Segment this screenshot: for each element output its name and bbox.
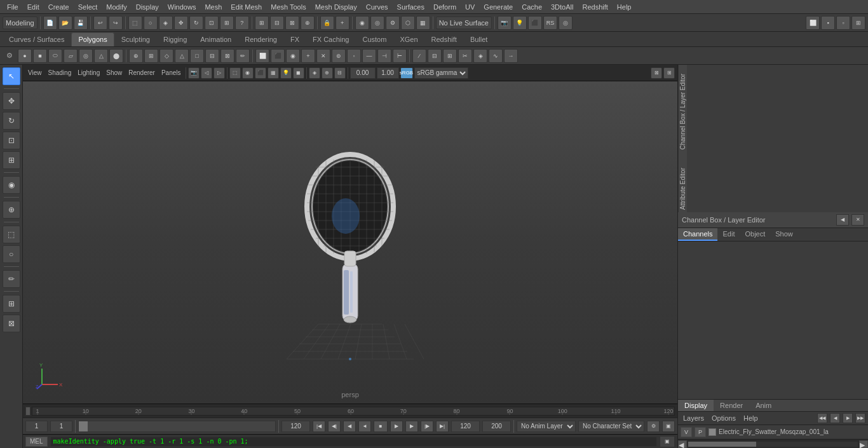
anim-layer-select[interactable]: No Anim Layer xyxy=(517,421,576,432)
layer-tab-render[interactable]: Render xyxy=(714,400,749,411)
cylinder-icon[interactable]: ⬭ xyxy=(48,49,62,63)
tab-polygons[interactable]: Polygons xyxy=(71,32,114,46)
sculpt-mesh-button[interactable]: ⊠ xyxy=(3,315,20,332)
grid-snap-button[interactable]: ⊞ xyxy=(3,295,20,313)
anim-pref-button[interactable]: ▣ xyxy=(662,421,675,432)
sphere-icon[interactable]: ● xyxy=(18,49,32,63)
paint-button[interactable]: ◈ xyxy=(159,16,173,30)
menu-3dtool[interactable]: 3DtoAll xyxy=(546,2,578,12)
tab-fx[interactable]: FX xyxy=(284,32,306,46)
fillhole-icon[interactable]: ◉ xyxy=(286,49,300,63)
soft-select-button[interactable]: ? xyxy=(235,16,249,30)
script-enter-button[interactable]: ▣ xyxy=(660,436,675,447)
anim-settings-button[interactable]: ⚙ xyxy=(647,421,660,432)
undo-button[interactable]: ↩ xyxy=(93,16,107,30)
menu-help[interactable]: Help xyxy=(613,2,636,12)
tab-xgen[interactable]: XGen xyxy=(393,32,424,46)
vp-next-cam[interactable]: ▷ xyxy=(214,67,225,79)
layer-scroll-left[interactable]: ◀ xyxy=(678,440,687,448)
attribute-editor-tab[interactable]: Attribute Editor xyxy=(678,165,688,212)
remesh-icon[interactable]: ⊠ xyxy=(220,49,234,63)
multicut-icon[interactable]: ✂ xyxy=(458,49,472,63)
vp-value1-input[interactable] xyxy=(350,67,376,79)
universal-tool-button[interactable]: ⊞ xyxy=(3,151,20,169)
connect-icon[interactable]: — xyxy=(362,49,376,63)
reduce-icon[interactable]: ⊟ xyxy=(205,49,219,63)
prev-key-button[interactable]: ◀| xyxy=(328,421,341,432)
vp-value2-input[interactable] xyxy=(377,67,399,79)
vp-show-menu[interactable]: Show xyxy=(104,69,125,77)
show-manip-button[interactable]: ⊕ xyxy=(3,201,20,219)
playback-speed-input[interactable] xyxy=(482,421,511,432)
layout4-button[interactable]: ⊞ xyxy=(851,16,865,30)
select-tool-button[interactable]: ↖ xyxy=(3,67,20,85)
vp-renderer-menu[interactable]: Renderer xyxy=(126,69,158,77)
scale-tool-button[interactable]: ⊡ xyxy=(3,132,20,149)
viewport-3d[interactable]: X Y Z persp xyxy=(23,81,677,404)
start-frame-input[interactable] xyxy=(25,421,48,432)
booleans-icon[interactable]: ⊞ xyxy=(144,49,158,63)
render2-button[interactable]: ⬛ xyxy=(528,16,542,30)
script-type-label[interactable]: MEL xyxy=(25,437,48,447)
render-view-button[interactable]: ▦ xyxy=(416,16,430,30)
merge-icon[interactable]: ⊚ xyxy=(332,49,346,63)
quadrangulate-icon[interactable]: □ xyxy=(190,49,204,63)
vp-view-menu[interactable]: View xyxy=(25,69,44,77)
vp-shading-menu[interactable]: Shading xyxy=(46,69,74,77)
vp-lighting-menu[interactable]: Lighting xyxy=(75,69,102,77)
lock-button[interactable]: 🔒 xyxy=(320,16,334,30)
ch-tab-show[interactable]: Show xyxy=(770,228,798,241)
vp-wireframe-icon[interactable]: ⬚ xyxy=(229,67,241,79)
combine-icon[interactable]: ⊕ xyxy=(129,49,143,63)
layer-scroll-track[interactable] xyxy=(688,442,858,447)
ch-tab-object[interactable]: Object xyxy=(740,228,770,241)
open-scene-button[interactable]: 📂 xyxy=(58,16,72,30)
marquee-select-button[interactable]: ⬚ xyxy=(3,226,20,243)
menu-display[interactable]: Display xyxy=(132,2,163,12)
cb-close-button[interactable]: ✕ xyxy=(851,214,864,226)
disk-icon[interactable]: ⬤ xyxy=(109,49,123,63)
menu-create[interactable]: Create xyxy=(44,2,74,12)
cb-arrow-left[interactable]: ◀ xyxy=(836,214,849,226)
rotate-tool-button[interactable]: ↻ xyxy=(3,112,20,130)
tab-sculpting[interactable]: Sculpting xyxy=(115,32,156,46)
workspace-selector[interactable]: Modeling xyxy=(3,17,37,29)
channel-box-tab[interactable]: Channel Box / Layer Editor xyxy=(678,71,688,153)
sculpt-icon[interactable]: ✏ xyxy=(236,49,250,63)
append-icon[interactable]: + xyxy=(301,49,315,63)
layer-btn3[interactable]: ▶ xyxy=(843,413,853,423)
paint-select-button[interactable]: ✏ xyxy=(3,270,20,288)
playback-end-input[interactable] xyxy=(451,421,480,432)
vp-prev-cam[interactable]: ◁ xyxy=(201,67,212,79)
menu-deform[interactable]: Deform xyxy=(429,2,461,12)
menu-curves[interactable]: Curves xyxy=(362,2,393,12)
move-button[interactable]: ✥ xyxy=(174,16,188,30)
new-scene-button[interactable]: 📄 xyxy=(43,16,57,30)
delete-edge-icon[interactable]: ✕ xyxy=(316,49,330,63)
snap-grid-button[interactable]: ⊞ xyxy=(255,16,269,30)
torus-icon[interactable]: ◎ xyxy=(79,49,93,63)
layout3-button[interactable]: ▫ xyxy=(836,16,850,30)
vp-texture-icon[interactable]: ▦ xyxy=(268,67,279,79)
lasso-button[interactable]: ○ xyxy=(144,16,158,30)
menu-mesh-display[interactable]: Mesh Display xyxy=(311,2,362,12)
offset-icon[interactable]: ⊞ xyxy=(443,49,457,63)
slide-edge-icon[interactable]: → xyxy=(504,49,518,63)
render-button[interactable]: ◉ xyxy=(355,16,369,30)
save-scene-button[interactable]: 💾 xyxy=(74,16,88,30)
rs-button[interactable]: RS xyxy=(543,16,557,30)
tab-animation[interactable]: Animation xyxy=(194,32,238,46)
layer-btn1[interactable]: ◀◀ xyxy=(817,413,827,423)
layer-scrollbar[interactable]: ◀ ▶ xyxy=(678,439,868,448)
tab-rendering[interactable]: Rendering xyxy=(238,32,283,46)
cube-icon[interactable]: ■ xyxy=(33,49,47,63)
redo-button[interactable]: ↪ xyxy=(109,16,123,30)
smooth-icon[interactable]: ◇ xyxy=(159,49,173,63)
menu-windows[interactable]: Windows xyxy=(163,2,201,12)
scale-button[interactable]: ⊡ xyxy=(205,16,219,30)
vp-gamma-select[interactable]: sRGB gamma xyxy=(414,67,468,79)
ch-tab-edit[interactable]: Edit xyxy=(717,228,740,241)
layer-btn4[interactable]: ▶▶ xyxy=(855,413,865,423)
createdge-icon[interactable]: ∕ xyxy=(412,49,426,63)
tab-curves-surfaces[interactable]: Curves / Surfaces xyxy=(3,32,71,46)
